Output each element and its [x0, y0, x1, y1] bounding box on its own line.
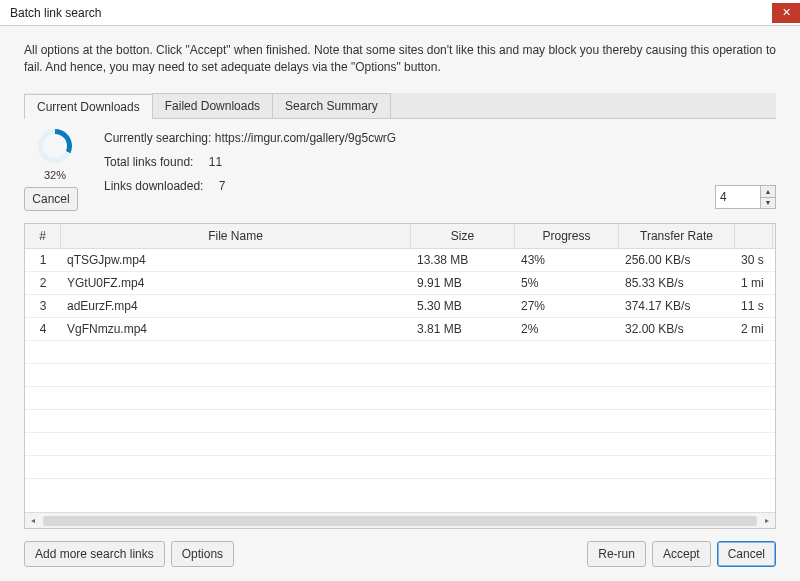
cell-size: 5.30 MB [411, 296, 515, 316]
options-button[interactable]: Options [171, 541, 234, 567]
chevron-up-icon: ▲ [765, 188, 772, 195]
cell-index: 4 [25, 319, 61, 339]
progress-pie-icon [38, 129, 72, 163]
cell-index: 3 [25, 296, 61, 316]
cell-progress: 27% [515, 296, 619, 316]
concurrency-spinner[interactable]: 4 [715, 185, 761, 209]
table-body: 1qTSGJpw.mp413.38 MB43%256.00 KB/s30 s2Y… [25, 249, 775, 512]
table-row [25, 433, 775, 456]
table-row [25, 341, 775, 364]
downloaded-line: Links downloaded: 7 [104, 179, 697, 193]
add-more-links-button[interactable]: Add more search links [24, 541, 165, 567]
cell-size: 13.38 MB [411, 250, 515, 270]
table-row [25, 456, 775, 479]
spinner-buttons: ▲ ▼ [760, 185, 776, 209]
cancel-button[interactable]: Cancel [717, 541, 776, 567]
table-row[interactable]: 4VgFNmzu.mp43.81 MB2%32.00 KB/s2 mi [25, 318, 775, 341]
tabstrip: Current Downloads Failed Downloads Searc… [24, 93, 776, 119]
cell-filename: VgFNmzu.mp4 [61, 319, 411, 339]
instructions-text: All options at the botton. Click "Accept… [24, 42, 776, 77]
horizontal-scrollbar[interactable]: ◂ ▸ [25, 512, 775, 528]
col-size[interactable]: Size [411, 224, 515, 248]
col-progress[interactable]: Progress [515, 224, 619, 248]
spinner-wrap: 4 ▲ ▼ [715, 129, 776, 211]
cell-index: 1 [25, 250, 61, 270]
tab-search-summary[interactable]: Search Summary [272, 93, 391, 118]
downloads-table: # File Name Size Progress Transfer Rate … [24, 223, 776, 529]
cell-progress: 5% [515, 273, 619, 293]
col-index[interactable]: # [25, 224, 61, 248]
table-row [25, 410, 775, 433]
status-area: 32% Cancel Currently searching: https://… [24, 119, 776, 223]
cell-size: 3.81 MB [411, 319, 515, 339]
window-title: Batch link search [10, 6, 101, 20]
col-transfer-rate[interactable]: Transfer Rate [619, 224, 735, 248]
cell-progress: 43% [515, 250, 619, 270]
searching-line: Currently searching: https://imgur.com/g… [104, 131, 697, 145]
cell-index: 2 [25, 273, 61, 293]
right-buttons: Re-run Accept Cancel [587, 541, 776, 567]
total-value: 11 [209, 155, 222, 169]
cell-rate: 32.00 KB/s [619, 319, 735, 339]
searching-value: https://imgur.com/gallery/9g5cwrG [215, 131, 396, 145]
spinner-up-button[interactable]: ▲ [760, 185, 776, 197]
searching-label: Currently searching: [104, 131, 211, 145]
tab-label: Current Downloads [37, 100, 140, 114]
triangle-right-icon: ▸ [765, 516, 769, 525]
chevron-down-icon: ▼ [765, 199, 772, 206]
accept-button[interactable]: Accept [652, 541, 711, 567]
dialog-body: All options at the botton. Click "Accept… [0, 26, 800, 581]
cell-time: 1 mi [735, 273, 773, 293]
col-extra[interactable] [735, 224, 773, 248]
downloaded-value: 7 [219, 179, 226, 193]
spinner-value: 4 [720, 190, 727, 204]
pie-wrap: 32% [24, 129, 86, 181]
cell-rate: 374.17 KB/s [619, 296, 735, 316]
progress-percent-label: 32% [24, 169, 86, 181]
spinner-down-button[interactable]: ▼ [760, 197, 776, 209]
titlebar: Batch link search ✕ [0, 0, 800, 26]
cell-time: 11 s [735, 296, 773, 316]
triangle-left-icon: ◂ [31, 516, 35, 525]
close-icon: ✕ [782, 6, 791, 19]
downloaded-label: Links downloaded: [104, 179, 203, 193]
status-lines: Currently searching: https://imgur.com/g… [104, 129, 697, 211]
cell-filename: qTSGJpw.mp4 [61, 250, 411, 270]
cell-progress: 2% [515, 319, 619, 339]
rerun-button[interactable]: Re-run [587, 541, 646, 567]
table-row[interactable]: 3adEurzF.mp45.30 MB27%374.17 KB/s11 s [25, 295, 775, 318]
cell-time: 30 s [735, 250, 773, 270]
tab-label: Search Summary [285, 99, 378, 113]
tab-label: Failed Downloads [165, 99, 260, 113]
cell-time: 2 mi [735, 319, 773, 339]
scrollbar-thumb[interactable] [43, 516, 757, 526]
cell-size: 9.91 MB [411, 273, 515, 293]
table-header: # File Name Size Progress Transfer Rate [25, 224, 775, 249]
close-button[interactable]: ✕ [772, 3, 800, 23]
cell-rate: 256.00 KB/s [619, 250, 735, 270]
left-buttons: Add more search links Options [24, 541, 234, 567]
table-row[interactable]: 1qTSGJpw.mp413.38 MB43%256.00 KB/s30 s [25, 249, 775, 272]
scroll-right-button[interactable]: ▸ [759, 514, 775, 528]
cell-filename: YGtU0FZ.mp4 [61, 273, 411, 293]
table-row [25, 387, 775, 410]
tab-current-downloads[interactable]: Current Downloads [24, 94, 153, 119]
cancel-search-button[interactable]: Cancel [24, 187, 78, 211]
cell-rate: 85.33 KB/s [619, 273, 735, 293]
col-filename[interactable]: File Name [61, 224, 411, 248]
total-label: Total links found: [104, 155, 193, 169]
table-row[interactable]: 2YGtU0FZ.mp49.91 MB5%85.33 KB/s1 mi [25, 272, 775, 295]
cell-filename: adEurzF.mp4 [61, 296, 411, 316]
scroll-left-button[interactable]: ◂ [25, 514, 41, 528]
total-line: Total links found: 11 [104, 155, 697, 169]
bottom-bar: Add more search links Options Re-run Acc… [24, 529, 776, 567]
table-row [25, 364, 775, 387]
progress-col: 32% Cancel [24, 129, 86, 211]
tab-failed-downloads[interactable]: Failed Downloads [152, 93, 273, 118]
